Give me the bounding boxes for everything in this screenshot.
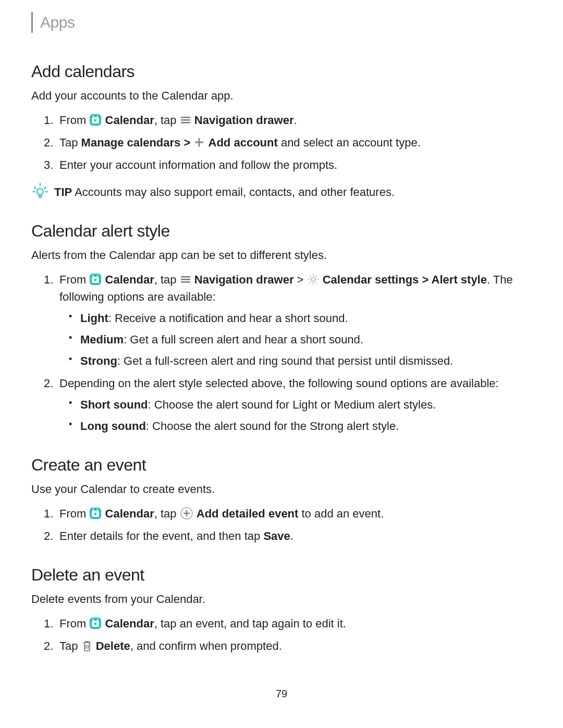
section-desc: Use your Calendar to create events. [31,480,532,498]
svg-rect-14 [97,275,98,277]
list-item: Light: Receive a notification and hear a… [80,310,532,327]
bold-text: Navigation drawer [194,114,294,127]
section-desc: Add your accounts to the Calendar app. [31,87,532,104]
section-title-alert-style: Calendar alert style [31,218,532,243]
svg-rect-30 [93,619,94,621]
text: : Receive a notification and hear a shor… [108,312,348,325]
calendar-app-icon [89,617,102,630]
step-item: Tap Manage calendars > Add account and s… [59,134,532,151]
svg-rect-6 [181,119,190,121]
sound-options-list: Short sound: Choose the alert sound for … [59,396,532,435]
bold-text: Save [263,529,290,542]
text: Accounts may also support email, contact… [72,186,395,199]
bold-text: Calendar [105,507,154,520]
text: : Choose the alert sound for Light or Me… [148,398,436,411]
section-title-add-calendars: Add calendars [31,59,532,84]
svg-point-19 [311,277,315,281]
section-desc: Delete events from your Calendar. [31,590,532,608]
page-number: 79 [31,686,532,701]
tip-label: TIP [54,186,72,199]
section-title-create-event: Create an event [31,452,532,477]
bold-text: Calendar [105,114,154,127]
page-header: Apps [31,10,532,34]
bold-text: Calendar [105,617,154,630]
svg-rect-15 [94,279,96,281]
text: Enter your account information and follo… [59,158,337,171]
step-item: Depending on the alert style selected ab… [59,375,532,435]
svg-rect-3 [97,115,98,118]
svg-rect-13 [93,275,94,277]
section-title-delete-event: Delete an event [31,562,532,587]
add-circle-icon [180,507,193,520]
step-item: Enter details for the event, and then ta… [59,527,532,545]
svg-rect-22 [93,509,94,511]
bold-text: Navigation drawer [194,273,294,286]
delete-event-steps: From Calendar, tap an event, and tap aga… [31,615,532,655]
text: , tap [154,114,180,127]
svg-rect-24 [94,513,96,515]
create-event-steps: From Calendar, tap Add detailed event to… [31,505,532,545]
svg-rect-16 [181,276,190,278]
text: Enter details for the event, and then ta… [59,529,263,542]
svg-rect-27 [183,513,190,514]
step-item: From Calendar, tap an event, and tap aga… [59,615,532,632]
svg-rect-9 [195,142,203,143]
calendar-app-icon [89,273,102,286]
bold-text: Light [80,312,108,325]
text: > [294,273,307,286]
text: From [59,507,89,520]
step-item: Enter your account information and follo… [59,156,532,174]
svg-rect-4 [94,119,96,121]
text: Depending on the alert style selected ab… [59,377,499,390]
svg-rect-7 [181,122,190,124]
settings-gear-icon [307,273,320,286]
bold-text: Calendar [105,273,154,286]
navigation-drawer-icon [180,274,191,285]
svg-rect-5 [181,117,190,118]
text: , tap an event, and tap again to edit it… [154,617,346,630]
bold-text: Medium [80,333,124,346]
tip-callout: TIP Accounts may also support email, con… [31,183,532,201]
list-item: Strong: Get a full-screen alert and ring… [80,352,532,369]
bold-text: Short sound [80,398,148,411]
header-title: Apps [40,10,75,34]
tip-text: TIP Accounts may also support email, con… [54,183,395,201]
text: From [59,617,89,630]
svg-rect-2 [93,115,94,118]
text: , tap [154,273,180,286]
calendar-app-icon [89,507,102,520]
svg-rect-31 [97,619,98,621]
bold-text: > [419,273,431,286]
text: : Choose the alert sound for the Strong … [146,419,399,433]
lightbulb-tip-icon [31,182,49,200]
calendar-app-icon [89,114,102,126]
svg-rect-32 [94,623,96,625]
bold-text: Add account [209,136,278,149]
text: , and confirm when prompted. [130,639,282,652]
svg-point-10 [37,189,43,195]
text: : Get a full screen alert and hear a sho… [124,333,363,346]
step-item: From Calendar, tap Add detailed event to… [59,505,532,522]
text: : Get a full-screen alert and ring sound… [117,354,453,367]
list-item: Short sound: Choose the alert sound for … [80,396,532,413]
alert-style-steps: From Calendar, tap Navigation drawer > C… [31,271,532,435]
bold-text: Add detailed event [197,507,299,520]
section-desc: Alerts from the Calendar app can be set … [31,246,532,264]
step-item: Tap Delete, and confirm when prompted. [59,637,532,655]
list-item: Medium: Get a full screen alert and hear… [80,331,532,348]
bold-text: Strong [80,354,117,367]
alert-options-list: Light: Receive a notification and hear a… [59,310,532,369]
bold-text: Manage calendars > [81,136,194,149]
text: . [290,529,293,542]
plus-icon [193,137,205,148]
svg-rect-18 [181,281,190,283]
bold-text: Alert style [432,273,487,286]
text: . [294,114,297,127]
navigation-drawer-icon [180,114,191,126]
svg-rect-17 [181,279,190,280]
text: Tap [59,639,81,652]
trash-delete-icon [81,639,93,652]
text: From [59,114,89,127]
text: to add an event. [298,507,384,520]
header-accent-bar [31,12,33,33]
